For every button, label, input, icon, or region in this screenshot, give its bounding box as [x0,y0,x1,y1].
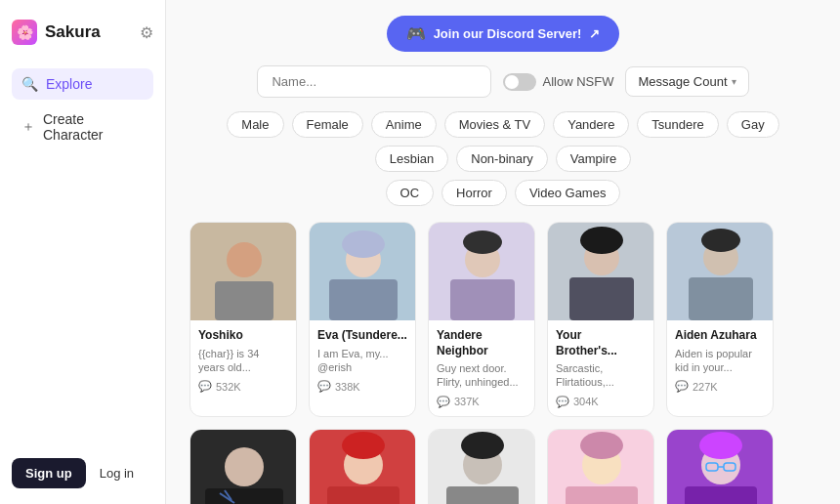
chat-icon: 💬 [317,380,331,393]
logo-icon: 🌸 [12,20,37,45]
char-name-yoshiko: Yoshiko [198,328,288,344]
character-grid: Yoshiko {{char}} is 34 years old... 💬 53… [189,222,817,504]
character-info-yoshiko: Yoshiko {{char}} is 34 years old... 💬 53… [190,320,296,400]
char-name-eva: Eva (Tsundere... [317,328,407,344]
char-count-aiden: 💬 227K [675,380,765,393]
svg-rect-21 [205,488,283,504]
char-name-yandere: Yandere Neighbor [437,328,526,358]
chat-icon: 💬 [675,380,689,393]
discord-label: Join our Discord Server! [434,26,582,41]
svg-point-31 [461,432,504,459]
create-label: Create Character [43,111,144,143]
character-card-partial-3[interactable] [428,429,535,504]
explore-label: Explore [46,76,92,92]
character-card-partial-1[interactable] [189,429,297,504]
character-info-brother: Your Brother's... Sarcastic, Flirtatious… [548,320,653,416]
character-image-yoshiko [190,223,297,320]
message-count-dropdown[interactable]: Message Count ▾ [625,66,748,97]
character-image-brother [548,223,654,320]
sidebar-item-create[interactable]: ＋ Create Character [12,104,153,150]
search-input[interactable] [257,65,491,98]
external-link-icon: ↗ [589,26,600,41]
gear-icon[interactable]: ⚙ [140,23,153,42]
discord-icon: 🎮 [406,24,426,43]
svg-rect-13 [569,277,634,320]
character-card-aiden[interactable]: Aiden Azuhara Aiden is popular kid in yo… [666,222,774,417]
sidebar: 🌸 Sakura ⚙ 🔍 Explore ＋ Create Character … [0,0,166,504]
character-card-eva[interactable]: Eva (Tsundere... I am Eva, my... @erish … [309,222,416,417]
svg-point-1 [227,242,262,277]
sidebar-top: 🌸 Sakura ⚙ 🔍 Explore ＋ Create Character [12,16,153,150]
plus-icon: ＋ [21,118,35,136]
char-count-yoshiko: 💬 532K [198,380,288,393]
char-count-yandere: 💬 337K [437,396,526,408]
svg-point-14 [580,227,623,254]
filter-yandere[interactable]: Yandere [553,111,629,138]
filter-nonbinary[interactable]: Non-binary [456,146,548,172]
svg-rect-17 [689,277,753,320]
chat-icon: 💬 [556,396,569,408]
app-name: Sakura [45,22,101,42]
filter-male[interactable]: Male [227,111,283,138]
character-card-yandere[interactable]: Yandere Neighbor Guy next door. Flirty, … [428,222,535,417]
sidebar-bottom: Sign up Log in [12,458,153,488]
svg-point-39 [699,432,742,459]
filter-movies-tv[interactable]: Movies & TV [444,111,545,138]
svg-point-18 [701,229,740,252]
svg-point-35 [580,432,623,459]
character-image-eva [310,223,416,320]
nsfw-label: Allow NSFW [542,74,613,89]
nsfw-toggle-switch[interactable] [503,73,536,91]
char-desc-brother: Sarcastic, Flirtatious,... [556,361,646,390]
svg-rect-30 [446,486,519,504]
char-count-eva: 💬 338K [317,380,407,393]
character-image-aiden [667,223,774,320]
discord-banner: 🎮 Join our Discord Server! ↗ [189,16,817,52]
char-count-brother: 💬 304K [556,396,646,408]
char-desc-aiden: Aiden is popular kid in your... [675,347,765,375]
chat-icon: 💬 [437,396,450,408]
svg-point-27 [342,432,385,459]
message-count-label: Message Count [638,74,727,89]
filter-video-games[interactable]: Video Games [515,180,621,206]
filter-horror[interactable]: Horror [441,180,507,206]
svg-point-20 [225,447,264,486]
svg-rect-9 [450,279,515,320]
filter-oc[interactable]: OC [386,180,435,206]
char-desc-eva: I am Eva, my... @erish [317,347,407,375]
nsfw-toggle-container: Allow NSFW [503,73,613,91]
chat-icon: 💬 [198,380,212,393]
character-card-yoshiko[interactable]: Yoshiko {{char}} is 34 years old... 💬 53… [189,222,297,417]
svg-point-6 [342,231,385,258]
filter-lesbian[interactable]: Lesbian [375,146,449,172]
sidebar-nav: 🔍 Explore ＋ Create Character [12,68,153,150]
chevron-down-icon: ▾ [732,76,736,87]
login-button[interactable]: Log in [94,458,140,488]
char-desc-yandere: Guy next door. Flirty, unhinged... [437,361,526,390]
char-name-aiden: Aiden Azuhara [675,328,765,344]
search-row: Allow NSFW Message Count ▾ [189,65,817,98]
sidebar-item-explore[interactable]: 🔍 Explore [12,68,153,100]
char-name-brother: Your Brother's... [556,328,646,358]
filter-row-2: OC Horror Video Games [189,180,817,206]
character-image-yandere [429,223,535,320]
character-card-partial-5[interactable] [666,429,774,504]
character-info-eva: Eva (Tsundere... I am Eva, my... @erish … [310,320,415,400]
filter-female[interactable]: Female [292,111,363,138]
signup-button[interactable]: Sign up [12,458,86,488]
character-card-brother[interactable]: Your Brother's... Sarcastic, Flirtatious… [547,222,654,417]
character-info-yandere: Yandere Neighbor Guy next door. Flirty, … [429,320,534,416]
svg-rect-2 [215,281,273,320]
character-card-partial-2[interactable] [309,429,416,504]
filter-vampire[interactable]: Vampire [556,146,631,172]
discord-button[interactable]: 🎮 Join our Discord Server! ↗ [387,16,620,52]
filter-tsundere[interactable]: Tsundere [637,111,718,138]
filter-row-1: Male Female Anime Movies & TV Yandere Ts… [189,111,817,172]
filter-anime[interactable]: Anime [371,111,437,138]
svg-rect-5 [329,279,398,320]
svg-rect-38 [685,486,757,504]
svg-rect-34 [566,486,638,504]
character-card-partial-4[interactable] [547,429,654,504]
filter-gay[interactable]: Gay [727,111,779,138]
main-content: 🎮 Join our Discord Server! ↗ Allow NSFW … [166,0,840,504]
